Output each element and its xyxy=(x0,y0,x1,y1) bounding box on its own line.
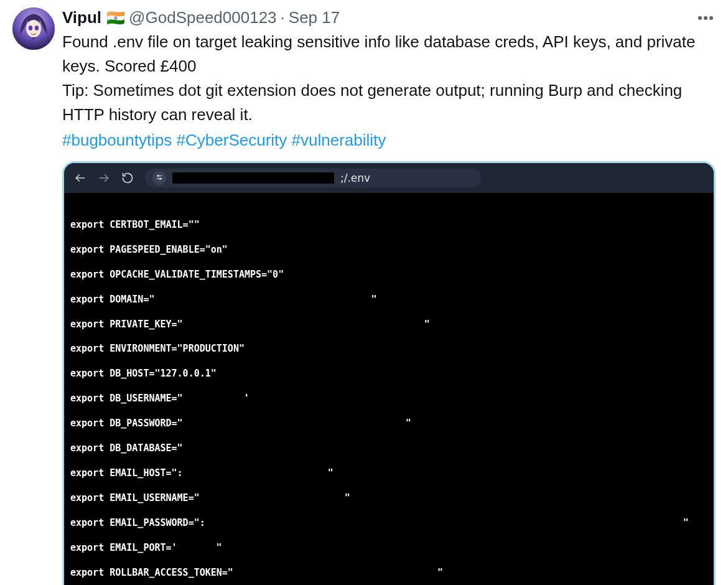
svg-point-2 xyxy=(29,26,32,30)
tweet-line-2: Tip: Sometimes dot git extension does no… xyxy=(62,81,682,124)
tweet-line-1: Found .env file on target leaking sensit… xyxy=(62,32,695,75)
browser-toolbar: ;/.env xyxy=(64,163,714,193)
site-settings-icon[interactable] xyxy=(152,171,166,185)
flag-icon: 🇮🇳 xyxy=(106,8,125,27)
embedded-image-card[interactable]: ;/.env export CERTBOT_EMAIL="" export PA… xyxy=(62,161,716,585)
reload-icon[interactable] xyxy=(121,172,134,184)
hashtag-cybersecurity[interactable]: #CyberSecurity xyxy=(177,131,287,149)
tweet-text: Found .env file on target leaking sensit… xyxy=(62,30,716,127)
url-bar[interactable]: ;/.env xyxy=(145,169,481,187)
post-date[interactable]: Sep 17 xyxy=(289,7,340,29)
avatar[interactable] xyxy=(12,7,55,50)
forward-icon[interactable] xyxy=(98,172,110,184)
back-icon[interactable] xyxy=(74,172,86,184)
url-redacted xyxy=(172,172,334,184)
separator-dot: · xyxy=(281,7,285,29)
svg-point-9 xyxy=(160,178,161,179)
hashtag-vulnerability[interactable]: #vulnerability xyxy=(292,131,386,149)
user-handle[interactable]: @GodSpeed000123 xyxy=(129,7,276,29)
hashtag-row: #bugbountytips #CyberSecurity #vulnerabi… xyxy=(62,128,716,152)
display-name[interactable]: Vipul xyxy=(62,7,101,29)
svg-point-3 xyxy=(35,26,39,30)
env-file-content: export CERTBOT_EMAIL="" export PAGESPEED… xyxy=(64,193,714,585)
svg-point-7 xyxy=(157,175,159,176)
url-visible: ;/.env xyxy=(340,172,370,184)
tweet: Vipul 🇮🇳 @GodSpeed000123 · Sep 17 Found … xyxy=(0,0,728,585)
hashtag-bugbountytips[interactable]: #bugbountytips xyxy=(62,131,172,149)
more-options-icon[interactable] xyxy=(696,14,716,22)
